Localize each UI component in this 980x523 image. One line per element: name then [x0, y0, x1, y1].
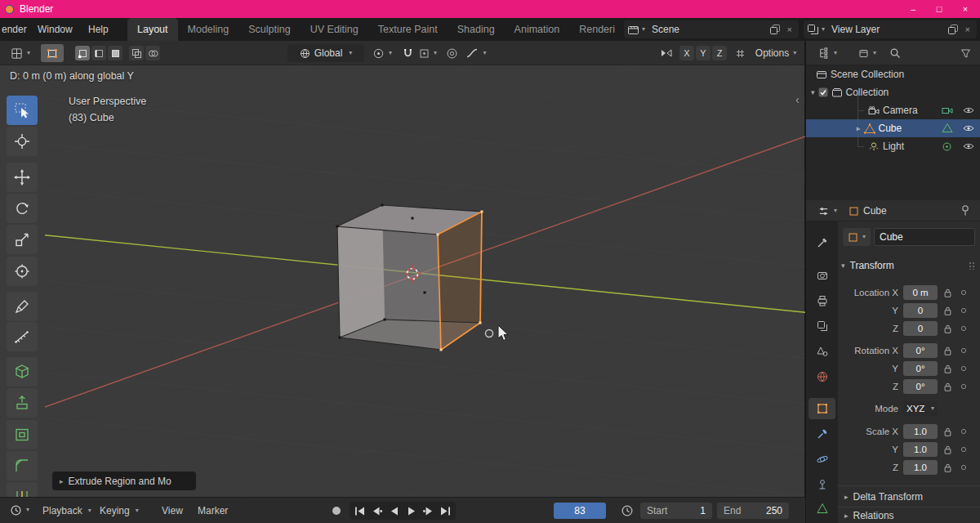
- lock-icon[interactable]: [943, 445, 952, 455]
- location-z-field[interactable]: 0: [903, 321, 938, 336]
- scale-x-field[interactable]: 1.0: [903, 424, 938, 439]
- face-select-button[interactable]: [108, 46, 122, 60]
- menu-render[interactable]: ender: [0, 18, 32, 41]
- decorator-dot[interactable]: [960, 446, 967, 453]
- maximize-button[interactable]: □: [928, 0, 951, 18]
- auto-key-record-button[interactable]: [332, 506, 341, 516]
- decorator-dot[interactable]: [960, 325, 967, 332]
- menu-window[interactable]: Window: [33, 18, 78, 41]
- sidebar-toggle[interactable]: ‹: [795, 93, 800, 106]
- tab-modifiers[interactable]: [808, 423, 835, 445]
- scale-y-field[interactable]: 1.0: [903, 442, 938, 457]
- new-view-layer-icon[interactable]: [947, 24, 959, 35]
- tab-view-layer[interactable]: [808, 315, 835, 337]
- minimize-button[interactable]: –: [902, 0, 924, 18]
- snap-grid-button[interactable]: [732, 44, 748, 62]
- menu-help[interactable]: Help: [83, 18, 114, 41]
- tab-physics[interactable]: [808, 449, 835, 470]
- tab-texture-paint[interactable]: Texture Paint: [368, 18, 448, 41]
- mirror-button[interactable]: [657, 44, 676, 62]
- lock-icon[interactable]: [943, 288, 952, 298]
- unlink-scene-icon[interactable]: ×: [784, 25, 795, 34]
- tab-object[interactable]: [808, 398, 835, 419]
- rotation-y-field[interactable]: 0°: [903, 361, 938, 376]
- mesh-data-icon[interactable]: [942, 123, 953, 133]
- current-frame-field[interactable]: 83: [554, 503, 606, 519]
- frame-end-field[interactable]: End 250: [717, 503, 789, 519]
- bevel-tool[interactable]: [7, 451, 38, 481]
- delta-transform-panel[interactable]: ▸ Delta Transform: [838, 485, 980, 507]
- lock-icon[interactable]: [943, 306, 952, 316]
- display-mode-dropdown[interactable]: ▾: [855, 44, 880, 62]
- disclosure-icon[interactable]: ▾: [811, 88, 815, 96]
- timeline-editor-button[interactable]: ▾: [5, 501, 34, 519]
- proportional-falloff-dropdown[interactable]: ▾: [462, 44, 490, 62]
- titlebar[interactable]: Blender – □ ×: [0, 0, 980, 18]
- extrude-region-tool[interactable]: [7, 388, 38, 418]
- rotation-z-field[interactable]: 0°: [903, 379, 938, 394]
- decorator-dot[interactable]: [960, 428, 967, 435]
- lock-icon[interactable]: [943, 463, 952, 473]
- play-reverse-button[interactable]: [385, 502, 403, 520]
- transform-tool[interactable]: [7, 257, 38, 286]
- move-tool[interactable]: [7, 163, 38, 192]
- outliner-row-cube[interactable]: ▸ Cube: [806, 119, 980, 137]
- outliner-search-button[interactable]: [886, 44, 904, 62]
- tab-constraints[interactable]: [808, 474, 835, 495]
- decorator-dot[interactable]: [960, 365, 967, 372]
- frame-start-field[interactable]: Start 1: [640, 503, 712, 519]
- options-dropdown[interactable]: Options ▾: [751, 44, 800, 62]
- decorator-dot[interactable]: [960, 289, 967, 296]
- annotate-tool[interactable]: [7, 292, 38, 321]
- vertex-select-button[interactable]: [75, 46, 90, 60]
- tab-output[interactable]: [808, 290, 835, 311]
- decorator-dot[interactable]: [960, 307, 967, 314]
- collection-checkbox[interactable]: [818, 87, 828, 97]
- viewport-canvas[interactable]: [45, 65, 805, 497]
- tab-layout[interactable]: Layout: [127, 18, 178, 41]
- snap-settings-dropdown[interactable]: ▾: [417, 44, 439, 62]
- outliner-row-scene-collection[interactable]: Scene Collection: [806, 65, 980, 83]
- scene-dropdown[interactable]: ▾: [627, 24, 645, 35]
- properties-editor-button[interactable]: ▾: [813, 202, 842, 220]
- tab-scene[interactable]: [808, 341, 835, 362]
- proportional-edit-button[interactable]: [443, 44, 460, 62]
- tab-render[interactable]: [808, 265, 835, 286]
- view-layer-dropdown[interactable]: ▾: [807, 24, 825, 35]
- rotation-mode-dropdown[interactable]: XYZ ▾: [903, 401, 938, 416]
- pivot-point-dropdown[interactable]: ▾: [369, 44, 395, 62]
- lock-icon[interactable]: [943, 324, 952, 334]
- outliner-row-light[interactable]: Light: [806, 137, 980, 155]
- cube-object[interactable]: [336, 204, 483, 351]
- operator-panel[interactable]: ▸ Extrude Region and Mo: [52, 472, 196, 490]
- use-preview-range-icon[interactable]: [621, 504, 634, 517]
- tab-world[interactable]: [808, 366, 835, 387]
- scene-name[interactable]: Scene: [648, 24, 679, 35]
- tab-rendering[interactable]: Renderi: [569, 18, 625, 41]
- light-data-icon[interactable]: [942, 141, 952, 152]
- cursor-tool[interactable]: [7, 127, 38, 156]
- tab-object-data[interactable]: [808, 498, 835, 519]
- view-layer-name[interactable]: View Layer: [828, 24, 880, 35]
- view-menu[interactable]: View: [162, 498, 183, 523]
- location-y-field[interactable]: 0: [903, 303, 938, 318]
- tab-shading[interactable]: Shading: [448, 18, 505, 41]
- transform-orientation-dropdown[interactable]: Global ▾: [287, 44, 364, 62]
- tab-sculpting[interactable]: Sculpting: [238, 18, 300, 41]
- jump-to-end-button[interactable]: [437, 502, 454, 520]
- pin-icon[interactable]: [960, 204, 971, 217]
- tab-modeling[interactable]: Modeling: [178, 18, 239, 41]
- inset-faces-tool[interactable]: [7, 420, 38, 449]
- lock-icon[interactable]: [943, 427, 952, 437]
- add-cube-tool[interactable]: [7, 357, 38, 387]
- lock-icon[interactable]: [943, 364, 952, 374]
- xray-toggle-button[interactable]: [129, 46, 144, 60]
- scale-tool[interactable]: [7, 225, 38, 254]
- outliner-row-camera[interactable]: Camera: [806, 101, 980, 119]
- mirror-z-button[interactable]: Z: [712, 46, 727, 60]
- relations-panel[interactable]: ▸ Relations: [838, 507, 980, 523]
- remove-view-layer-icon[interactable]: ×: [962, 25, 973, 34]
- hide-toggle-eye-icon[interactable]: [963, 124, 974, 132]
- tab-animation[interactable]: Animation: [505, 18, 570, 41]
- previous-keyframe-button[interactable]: [368, 502, 385, 520]
